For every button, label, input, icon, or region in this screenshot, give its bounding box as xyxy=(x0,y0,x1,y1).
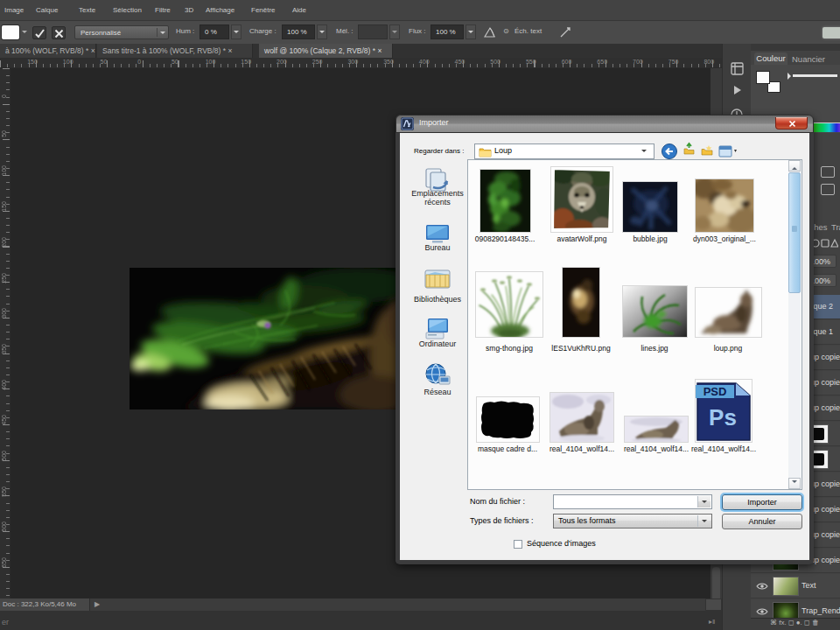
svg-text:PSD: PSD xyxy=(704,385,727,398)
svg-text:Ps: Ps xyxy=(709,404,737,430)
